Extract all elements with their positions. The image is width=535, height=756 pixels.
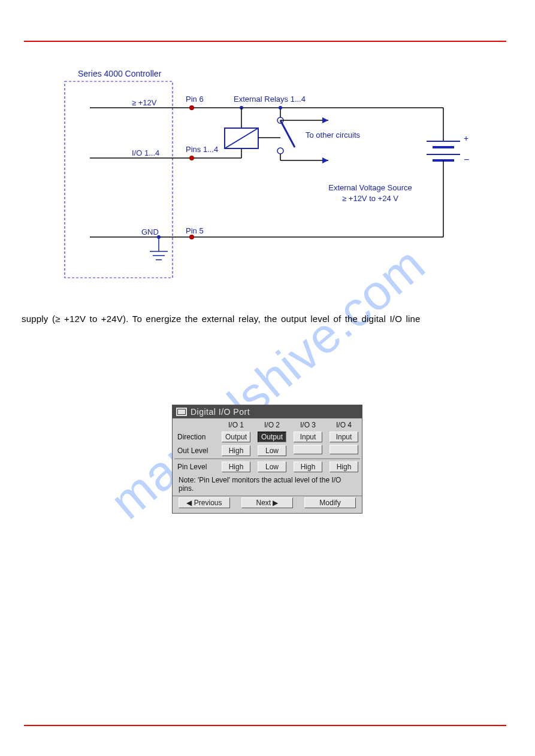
label-ext-src1: External Voltage Source — [328, 183, 412, 192]
io-grid: I/O 1 I/O 2 I/O 3 I/O 4 Direction Output… — [173, 418, 362, 473]
outlevel-io3-empty — [294, 445, 322, 454]
panel-note: Note: 'Pin Level' monitors the actual le… — [173, 473, 362, 496]
svg-point-13 — [277, 148, 283, 154]
label-other-circuits: To other circuits — [306, 130, 361, 139]
label-plus12v: ≥ +12V — [132, 98, 157, 107]
label-gnd: GND — [141, 227, 159, 236]
pinlevel-io3: High — [294, 462, 322, 472]
battery-plus: + — [464, 133, 468, 143]
row-pinlevel-label: Pin Level — [173, 460, 218, 473]
pinlevel-io4: High — [330, 462, 358, 472]
col-io4: I/O 4 — [326, 418, 362, 430]
col-io1: I/O 1 — [218, 418, 254, 430]
label-external-relays: External Relays 1...4 — [234, 95, 306, 104]
label-pin5: Pin 5 — [186, 226, 204, 235]
panel-title-bar: Digital I/O Port — [173, 405, 362, 418]
svg-point-2 — [189, 105, 194, 110]
direction-io1[interactable]: Output — [222, 432, 250, 442]
panel-icon — [176, 408, 187, 416]
next-button[interactable]: Next ▶ — [241, 497, 293, 508]
top-rule — [24, 41, 506, 42]
direction-io3[interactable]: Input — [294, 432, 322, 442]
svg-rect-0 — [65, 81, 173, 278]
svg-point-16 — [279, 106, 282, 110]
modify-button[interactable]: Modify — [304, 497, 356, 508]
col-io2: I/O 2 — [254, 418, 290, 430]
outlevel-io2[interactable]: Low — [258, 445, 286, 456]
row-outlevel-label: Out Level — [173, 444, 218, 457]
direction-io4[interactable]: Input — [330, 432, 358, 442]
label-pin6: Pin 6 — [186, 95, 204, 104]
pinlevel-io2: Low — [258, 462, 286, 472]
outlevel-io1[interactable]: High — [222, 445, 250, 456]
body-paragraph: supply (≥ +12V to +24V). To energize the… — [22, 312, 506, 326]
label-io14: I/O 1...4 — [132, 148, 159, 157]
digital-io-panel: Digital I/O Port I/O 1 I/O 2 I/O 3 I/O 4… — [172, 405, 362, 514]
outlevel-io4-empty — [330, 445, 358, 454]
label-ext-src2: ≥ +12V to +24 V — [342, 194, 398, 203]
col-io3: I/O 3 — [290, 418, 326, 430]
svg-point-6 — [189, 156, 194, 160]
direction-io2[interactable]: Output — [258, 432, 286, 442]
svg-point-29 — [189, 235, 194, 239]
panel-title-text: Digital I/O Port — [191, 407, 250, 417]
circuit-diagram: Series 4000 Controller ≥ +12V Pin 6 I/O … — [60, 65, 475, 286]
row-direction-label: Direction — [173, 430, 218, 444]
battery-minus: − — [464, 154, 469, 165]
pinlevel-io1: High — [222, 462, 250, 472]
svg-line-14 — [280, 120, 295, 147]
prev-button[interactable]: ◀ Previous — [179, 497, 230, 508]
label-pins14: Pins 1...4 — [186, 145, 218, 154]
svg-marker-18 — [322, 117, 328, 123]
bottom-rule — [24, 725, 506, 726]
controller-label: Series 4000 Controller — [78, 69, 162, 78]
svg-marker-21 — [322, 157, 328, 163]
